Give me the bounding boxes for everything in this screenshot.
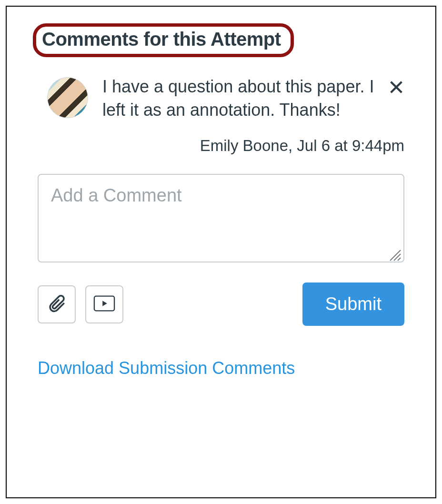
comment-input[interactable] (38, 174, 404, 262)
comment-item: I have a question about this paper. I le… (38, 75, 404, 121)
download-comments-link[interactable]: Download Submission Comments (38, 358, 295, 378)
comment-text: I have a question about this paper. I le… (102, 75, 378, 121)
comment-input-wrap (38, 174, 404, 264)
comment-body: I have a question about this paper. I le… (102, 75, 382, 121)
attach-file-button[interactable] (38, 285, 76, 323)
heading-highlight: Comments for this Attempt (33, 23, 294, 57)
media-play-icon (93, 294, 115, 314)
actions-row: Submit (38, 282, 404, 326)
close-icon[interactable] (388, 79, 404, 97)
section-heading: Comments for this Attempt (42, 29, 281, 50)
avatar (47, 77, 88, 118)
comment-meta: Emily Boone, Jul 6 at 9:44pm (38, 137, 404, 155)
comments-panel: Comments for this Attempt I have a quest… (6, 6, 436, 498)
submit-button[interactable]: Submit (302, 282, 404, 326)
svg-marker-6 (102, 301, 107, 306)
media-comment-button[interactable] (85, 285, 123, 323)
paperclip-icon (47, 293, 67, 315)
